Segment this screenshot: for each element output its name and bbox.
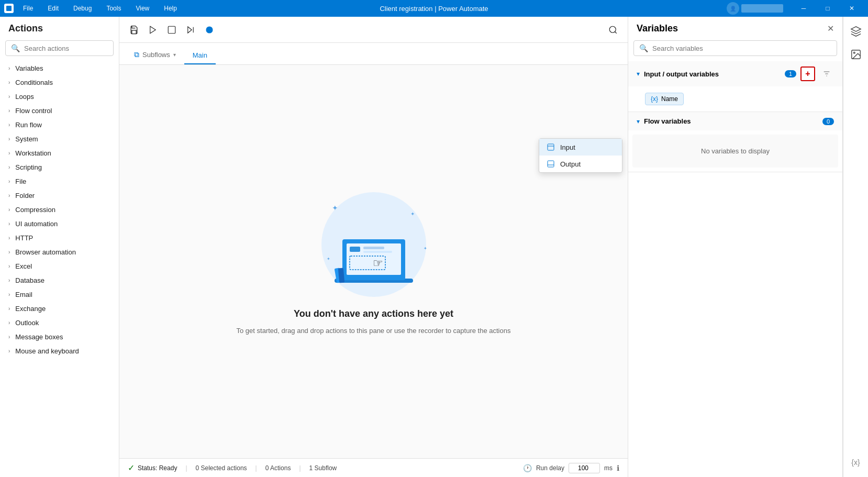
close-button[interactable]: ✕ — [840, 0, 864, 17]
next-button[interactable] — [182, 21, 199, 38]
action-item-scripting[interactable]: › Scripting — [0, 160, 119, 174]
action-item-mouse-keyboard[interactable]: › Mouse and keyboard — [0, 344, 119, 358]
chevron-icon: › — [8, 94, 10, 99]
action-label: Database — [15, 276, 44, 284]
empty-illustration: ✦ ✦ ✦ ✦ ☞ — [237, 187, 511, 336]
empty-state-subtitle: To get started, drag and drop actions to… — [237, 326, 511, 336]
action-item-workstation[interactable]: › Workstation — [0, 146, 119, 160]
chevron-icon: › — [8, 306, 10, 312]
menu-file[interactable]: File — [20, 3, 36, 14]
action-item-system[interactable]: › System — [0, 132, 119, 146]
action-item-compression[interactable]: › Compression — [0, 203, 119, 217]
action-item-run-flow[interactable]: › Run flow — [0, 118, 119, 132]
action-item-file[interactable]: › File — [0, 174, 119, 188]
action-item-excel[interactable]: › Excel — [0, 259, 119, 273]
empty-state-title: You don't have any actions here yet — [294, 308, 453, 319]
menu-view[interactable]: View — [132, 3, 152, 14]
dropdown-output-option[interactable]: Output — [539, 156, 622, 172]
action-item-variables[interactable]: › Variables — [0, 61, 119, 75]
menu-edit[interactable]: Edit — [44, 3, 62, 14]
variables-search-box[interactable]: 🔍 — [633, 40, 837, 56]
action-label: Loops — [15, 93, 34, 101]
chevron-icon: › — [8, 278, 10, 283]
variables-header: Variables ✕ — [628, 17, 842, 38]
play-button[interactable] — [144, 21, 161, 38]
input-icon — [547, 143, 555, 151]
maximize-button[interactable]: □ — [816, 0, 840, 17]
action-item-browser-automation[interactable]: › Browser automation — [0, 245, 119, 259]
chevron-down-icon: ▾ — [173, 52, 176, 58]
actions-title: Actions — [0, 17, 119, 38]
chevron-icon: › — [8, 235, 10, 241]
filter-button[interactable] — [819, 66, 834, 81]
save-button[interactable] — [126, 21, 142, 38]
action-item-email[interactable]: › Email — [0, 287, 119, 302]
menu-tools[interactable]: Tools — [103, 3, 124, 14]
image-icon[interactable] — [845, 44, 866, 65]
action-item-ui-automation[interactable]: › UI automation — [0, 217, 119, 231]
layers-icon[interactable] — [845, 21, 866, 42]
menu-help[interactable]: Help — [161, 3, 180, 14]
input-output-count-badge: 1 — [785, 70, 796, 77]
flow-variables-empty: No variables to display — [632, 135, 838, 168]
section-chevron-icon: ▾ — [637, 118, 640, 125]
tab-main[interactable]: Main — [184, 47, 216, 64]
action-item-flow-control[interactable]: › Flow control — [0, 104, 119, 118]
action-label: Message boxes — [15, 333, 63, 341]
action-item-database[interactable]: › Database — [0, 273, 119, 287]
input-output-section-header[interactable]: ▾ Input / output variables 1 + — [628, 61, 842, 86]
chevron-icon: › — [8, 207, 10, 213]
run-delay-label: Run delay — [536, 464, 564, 472]
window-title: Client registration | Power Automate — [380, 5, 488, 13]
add-variable-button[interactable]: + — [800, 66, 815, 81]
run-delay-section: 🕐 Run delay ms ℹ — [523, 463, 619, 473]
input-option-label: Input — [560, 143, 575, 151]
action-item-folder[interactable]: › Folder — [0, 188, 119, 203]
toolbar-search-button[interactable] — [605, 21, 621, 38]
search-actions-box[interactable]: 🔍 — [5, 40, 114, 56]
record-button[interactable] — [201, 21, 218, 38]
main-layout: Actions 🔍 › Variables › Conditionals › L… — [0, 17, 868, 477]
section-chevron-icon: ▾ — [637, 70, 640, 77]
action-label: Outlook — [15, 319, 39, 327]
chevron-icon: › — [8, 292, 10, 297]
variables-search-input[interactable] — [652, 45, 831, 52]
statusbar: ✓ Status: Ready | 0 Selected actions | 0… — [119, 458, 628, 477]
svg-rect-16 — [363, 247, 384, 249]
variable-x-icon[interactable]: {x} — [845, 452, 866, 473]
svg-rect-1 — [168, 26, 175, 34]
tabs-bar: ⧉ Subflows ▾ Main — [119, 43, 628, 65]
action-item-outlook[interactable]: › Outlook — [0, 316, 119, 330]
menu-debug[interactable]: Debug — [70, 3, 95, 14]
action-item-loops[interactable]: › Loops — [0, 90, 119, 104]
dropdown-input-option[interactable]: Input — [539, 139, 622, 156]
subflow-count: 1 Subflow — [309, 464, 337, 472]
chevron-icon: › — [8, 334, 10, 340]
icon-rail: {x} — [843, 17, 868, 477]
chevron-icon: › — [8, 179, 10, 184]
search-actions-input[interactable] — [24, 45, 112, 52]
flow-variables-section-header[interactable]: ▾ Flow variables 0 — [628, 112, 842, 130]
flow-content: ✦ ✦ ✦ ✦ ☞ — [119, 65, 628, 458]
action-label: Run flow — [15, 121, 42, 129]
tab-subflows[interactable]: ⧉ Subflows ▾ — [126, 46, 184, 64]
stop-button[interactable] — [163, 21, 180, 38]
flow-panel: ⧉ Subflows ▾ Main ✦ ✦ ✦ ✦ — [119, 17, 628, 477]
action-label: Email — [15, 291, 32, 298]
action-label: Flow control — [15, 107, 52, 115]
action-item-http[interactable]: › HTTP — [0, 231, 119, 245]
actions-count: 0 Actions — [265, 464, 291, 472]
minimize-button[interactable]: ─ — [792, 0, 816, 17]
action-item-conditionals[interactable]: › Conditionals — [0, 75, 119, 90]
svg-text:✦: ✦ — [410, 211, 415, 217]
chevron-icon: › — [8, 193, 10, 198]
action-label: Folder — [15, 192, 35, 199]
action-label: HTTP — [15, 234, 33, 242]
variables-close-button[interactable]: ✕ — [827, 24, 834, 34]
action-item-message-boxes[interactable]: › Message boxes — [0, 330, 119, 344]
action-label: Variables — [15, 64, 43, 72]
run-delay-input[interactable] — [569, 463, 600, 473]
action-label: UI automation — [15, 220, 58, 228]
action-item-exchange[interactable]: › Exchange — [0, 302, 119, 316]
titlebar: File Edit Debug Tools View Help Client r… — [0, 0, 868, 17]
